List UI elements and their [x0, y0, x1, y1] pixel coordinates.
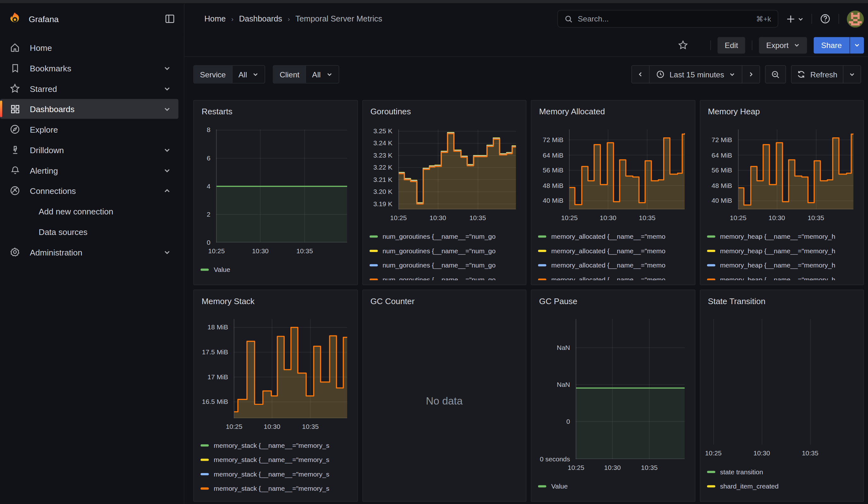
legend-label[interactable]: state transition — [720, 468, 763, 476]
panel-title[interactable]: Restarts — [200, 104, 350, 116]
share-button[interactable]: Share — [813, 37, 864, 53]
export-button[interactable]: Export — [759, 37, 807, 53]
legend-color-chip[interactable] — [538, 264, 546, 267]
legend-label[interactable]: memory_stack {__name__="memory_s — [214, 470, 329, 478]
x-tick-label: 10:35 — [639, 214, 655, 222]
legend-color-chip[interactable] — [707, 250, 715, 252]
chevron-down-icon[interactable] — [164, 85, 171, 92]
search-input[interactable]: Search... ⌘+k — [557, 10, 778, 28]
chevron-down-icon[interactable] — [164, 146, 171, 154]
sidebar-item-bookmarks[interactable]: Bookmarks — [0, 58, 178, 78]
legend-color-chip[interactable] — [200, 269, 209, 271]
chevron-up-icon[interactable] — [164, 187, 171, 194]
sidebar-item-drilldown[interactable]: Drilldown — [0, 140, 178, 160]
legend-color-chip[interactable] — [369, 236, 378, 238]
sidebar-item-explore[interactable]: Explore — [0, 119, 178, 139]
breadcrumb-dashboards[interactable]: Dashboards — [239, 14, 282, 23]
legend-color-chip[interactable] — [707, 236, 715, 238]
share-menu-caret[interactable] — [850, 37, 864, 53]
legend-label[interactable]: memory_heap {__name__="memory_h — [720, 261, 835, 269]
add-new-button[interactable] — [786, 14, 804, 24]
edit-button[interactable]: Edit — [717, 37, 745, 53]
sidebar-item-starred[interactable]: Starred — [0, 79, 178, 99]
time-shift-forward-button[interactable] — [742, 65, 760, 84]
legend-color-chip[interactable] — [538, 236, 546, 238]
legend-label[interactable]: shard_item_created — [720, 483, 779, 491]
panel-title[interactable]: State Transition — [707, 294, 857, 306]
legend-label[interactable]: memory_stack {__name__="memory_s — [214, 442, 329, 449]
sidebar-item-connections[interactable]: Connections — [0, 181, 178, 200]
sidebar-item-administration[interactable]: Administration — [0, 242, 178, 262]
time-shift-back-button[interactable] — [631, 65, 650, 84]
legend-color-chip[interactable] — [538, 250, 546, 252]
legend-label[interactable]: memory_heap {__name__="memory_h — [720, 247, 835, 255]
time-range-picker[interactable]: Last 15 minutes — [649, 65, 742, 84]
breadcrumb-current-page: Temporal Server Metrics — [296, 14, 382, 23]
variable-value[interactable]: All — [232, 66, 265, 83]
legend-color-chip[interactable] — [200, 487, 209, 490]
legend-label[interactable]: Value — [551, 483, 568, 491]
refresh-button[interactable]: Refresh — [791, 65, 844, 84]
x-tick-label: 10:30 — [753, 449, 770, 457]
legend-color-chip[interactable] — [707, 471, 715, 473]
chart-plot-area[interactable] — [216, 130, 347, 243]
legend-color-chip[interactable] — [707, 264, 715, 267]
legend-label[interactable]: memory_heap {__name__="memory_h — [720, 233, 835, 240]
panel-title[interactable]: GC Counter — [369, 294, 519, 306]
variable-dropdown-service[interactable]: ServiceAll — [194, 65, 266, 84]
help-icon[interactable] — [820, 13, 831, 24]
legend-color-chip[interactable] — [369, 250, 378, 252]
chart-plot-area[interactable] — [398, 130, 516, 210]
chevron-down-icon[interactable] — [164, 248, 171, 256]
zoom-out-time-button[interactable] — [765, 65, 786, 84]
chart-plot-area[interactable] — [569, 130, 685, 210]
legend-label[interactable]: memory_allocated {__name__="memo — [551, 261, 666, 269]
legend-label[interactable]: num_goroutines {__name__="num_go — [383, 276, 496, 280]
panel-title[interactable]: Memory Heap — [707, 104, 857, 116]
legend-label[interactable]: memory_allocated {__name__="memo — [551, 233, 666, 240]
legend-color-chip[interactable] — [369, 264, 378, 267]
variable-value[interactable]: All — [306, 66, 338, 83]
grafana-logo-icon — [8, 12, 22, 26]
legend-color-chip[interactable] — [707, 485, 715, 487]
chart-plot-area[interactable] — [707, 319, 854, 445]
panel-title[interactable]: Memory Allocated — [538, 104, 688, 116]
legend-label[interactable]: memory_heap {__name__="memory_h — [720, 276, 835, 280]
refresh-interval-caret[interactable] — [843, 65, 861, 84]
panel-title[interactable]: Memory Stack — [200, 294, 350, 306]
legend-color-chip[interactable] — [538, 485, 546, 487]
x-axis-labels: 10:2510:3010:35 — [707, 445, 854, 460]
sidebar-item-home[interactable]: Home — [0, 38, 178, 58]
sidebar-item-alerting[interactable]: Alerting — [0, 161, 178, 180]
legend-label[interactable]: num_goroutines {__name__="num_go — [383, 233, 496, 240]
user-avatar[interactable] — [847, 10, 864, 27]
star-dashboard-icon[interactable] — [678, 40, 688, 50]
chart-plot-area[interactable] — [576, 319, 685, 460]
variable-dropdown-client[interactable]: ClientAll — [273, 65, 339, 84]
sidebar-item-add-new-connection[interactable]: Add new connection — [0, 201, 178, 221]
sidebar-item-dashboards[interactable]: Dashboards — [0, 99, 178, 119]
legend-label[interactable]: num_goroutines {__name__="num_go — [383, 247, 496, 255]
chevron-down-icon[interactable] — [164, 167, 171, 174]
legend-label[interactable]: memory_stack {__name__="memory_s — [214, 456, 329, 464]
sidebar-item-data-sources[interactable]: Data sources — [0, 222, 178, 241]
legend-color-chip[interactable] — [200, 459, 209, 461]
panel-title[interactable]: GC Pause — [538, 294, 688, 306]
sidebar-toggle-icon[interactable] — [165, 13, 175, 24]
chart-plot-area[interactable] — [234, 319, 347, 419]
chart-plot-area[interactable] — [738, 130, 854, 210]
chevron-down-icon[interactable] — [164, 105, 171, 112]
legend-color-chip[interactable] — [200, 444, 209, 446]
legend-label[interactable]: num_goroutines {__name__="num_go — [383, 261, 496, 269]
legend-color-chip[interactable] — [538, 278, 546, 280]
legend-label[interactable]: memory_allocated {__name__="memo — [551, 247, 666, 255]
legend-label[interactable]: memory_stack {__name__="memory_s — [214, 485, 329, 493]
chevron-down-icon[interactable] — [164, 64, 171, 72]
breadcrumb-home[interactable]: Home — [205, 14, 226, 23]
legend-color-chip[interactable] — [200, 473, 209, 475]
legend-label[interactable]: Value — [214, 266, 230, 274]
legend-label[interactable]: memory_allocated {__name__="memo — [551, 276, 666, 280]
legend-color-chip[interactable] — [707, 278, 715, 280]
legend-color-chip[interactable] — [369, 278, 378, 280]
panel-title[interactable]: Goroutines — [369, 104, 519, 116]
